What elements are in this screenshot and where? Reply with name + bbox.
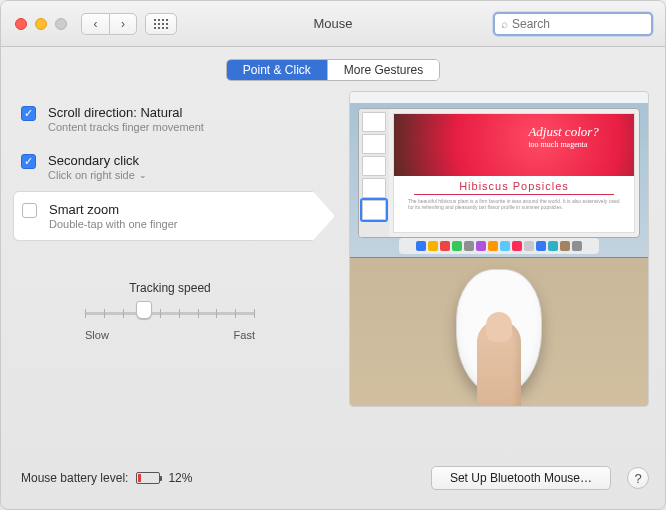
search-input[interactable] xyxy=(512,17,662,31)
grid-icon xyxy=(154,19,168,29)
option-title: Scroll direction: Natural xyxy=(48,105,204,120)
setup-bluetooth-button[interactable]: Set Up Bluetooth Mouse… xyxy=(431,466,611,490)
minimize-window-icon[interactable] xyxy=(35,18,47,30)
preview-hero-annotation: Adjust color? too much magenta xyxy=(528,124,598,149)
chevron-right-icon: › xyxy=(121,17,125,31)
preview-hero-image: Adjust color? too much magenta xyxy=(394,114,634,176)
tab-point-and-click[interactable]: Point & Click xyxy=(227,60,327,80)
option-subtitle: Content tracks finger movement xyxy=(48,121,204,133)
search-icon: ⌕ xyxy=(501,17,508,31)
option-subtitle: Double-tap with one finger xyxy=(49,218,177,230)
preview-dock xyxy=(399,238,599,254)
option-text: Scroll direction: Natural Content tracks… xyxy=(48,105,204,133)
preview-screen: Adjust color? too much magenta Hibiscus … xyxy=(350,92,648,258)
preview-thumbnails xyxy=(359,109,389,237)
tracking-speed-label: Tracking speed xyxy=(85,281,255,295)
tab-segment: Point & Click More Gestures xyxy=(226,59,440,81)
option-secondary-click[interactable]: ✓ Secondary click Click on right side ⌄ xyxy=(5,143,335,191)
option-text: Secondary click Click on right side ⌄ xyxy=(48,153,147,181)
gesture-preview: Adjust color? too much magenta Hibiscus … xyxy=(349,91,649,407)
tabs-row: Point & Click More Gestures xyxy=(1,59,665,81)
main-area: ✓ Scroll direction: Natural Content trac… xyxy=(1,91,665,415)
preview-window: Adjust color? too much magenta Hibiscus … xyxy=(358,108,640,238)
slider-end-labels: Slow Fast xyxy=(85,329,255,341)
search-field[interactable]: ⌕ xyxy=(493,12,653,36)
tab-more-gestures[interactable]: More Gestures xyxy=(327,60,439,80)
tracking-speed-slider[interactable] xyxy=(85,303,255,323)
battery-percent: 12% xyxy=(168,471,192,485)
titlebar: ‹ › Mouse ⌕ xyxy=(1,1,665,47)
mouse-icon xyxy=(456,269,542,395)
show-all-prefs-button[interactable] xyxy=(145,13,177,35)
chevron-left-icon: ‹ xyxy=(94,17,98,31)
slider-ticks xyxy=(85,309,255,318)
close-window-icon[interactable] xyxy=(15,18,27,30)
battery-label: Mouse battery level: xyxy=(21,471,128,485)
checkbox-smart-zoom[interactable] xyxy=(22,203,37,218)
tracking-speed-block: Tracking speed Slow Fast xyxy=(85,281,255,341)
option-subtitle[interactable]: Click on right side ⌄ xyxy=(48,169,147,181)
option-title: Secondary click xyxy=(48,153,147,168)
preview-document: Adjust color? too much magenta Hibiscus … xyxy=(393,113,635,233)
forward-button[interactable]: › xyxy=(109,13,137,35)
back-button[interactable]: ‹ xyxy=(81,13,109,35)
checkbox-secondary-click[interactable]: ✓ xyxy=(21,154,36,169)
finger-icon xyxy=(477,320,521,407)
battery-status: Mouse battery level: 12% xyxy=(21,471,192,485)
option-smart-zoom[interactable]: Smart zoom Double-tap with one finger xyxy=(13,191,335,241)
slider-knob[interactable] xyxy=(136,301,152,319)
footer: Mouse battery level: 12% Set Up Bluetoot… xyxy=(1,457,665,509)
checkbox-scroll-direction[interactable]: ✓ xyxy=(21,106,36,121)
window-controls xyxy=(15,18,67,30)
nav-buttons: ‹ › xyxy=(81,13,137,35)
option-scroll-direction[interactable]: ✓ Scroll direction: Natural Content trac… xyxy=(5,95,335,143)
preview-desk xyxy=(350,258,648,406)
slider-min-label: Slow xyxy=(85,329,109,341)
preview-doc-text: The beautiful hibiscus plant is a firm f… xyxy=(394,195,634,213)
options-panel: ✓ Scroll direction: Natural Content trac… xyxy=(5,91,335,407)
chevron-down-icon: ⌄ xyxy=(139,170,147,180)
preview-menubar xyxy=(350,92,648,103)
help-button[interactable]: ? xyxy=(627,467,649,489)
option-title: Smart zoom xyxy=(49,202,177,217)
option-text: Smart zoom Double-tap with one finger xyxy=(49,202,177,230)
zoom-window-icon xyxy=(55,18,67,30)
slider-max-label: Fast xyxy=(234,329,255,341)
preview-doc-title: Hibiscus Popsicles xyxy=(394,176,634,194)
battery-icon xyxy=(136,472,160,484)
